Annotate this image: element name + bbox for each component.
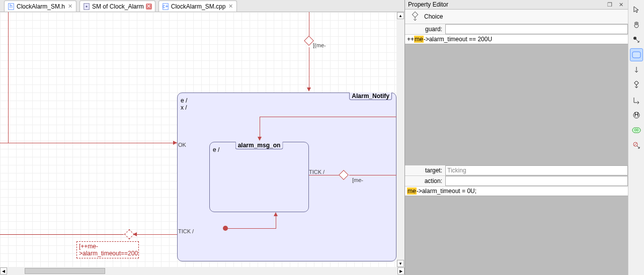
transition-segment: [0, 143, 177, 143]
choice-icon: [410, 12, 420, 22]
diagram-toolbar: H ∞: [628, 0, 644, 275]
state-entry: e /: [213, 146, 219, 153]
guard-code-area[interactable]: ++me->alarm_timeout == 200U: [405, 35, 628, 165]
editor-tabs: h ClockAlarm_SM.h ✕ SM of Clock_Alarm ✕ …: [0, 0, 405, 12]
svg-rect-9: [634, 81, 638, 85]
guard-label: [me-: [352, 177, 363, 183]
horizontal-scrollbar[interactable]: ◀ ▶: [0, 267, 405, 275]
tab-sm-clock-alarm[interactable]: SM of Clock_Alarm ✕: [79, 1, 155, 12]
transition-segment: [309, 47, 309, 90]
svg-rect-8: [632, 52, 640, 58]
guard-input[interactable]: [445, 24, 628, 34]
scrollbar-thumb[interactable]: [25, 268, 105, 274]
scroll-right-button[interactable]: ▶: [397, 267, 405, 274]
action-input[interactable]: [445, 176, 628, 186]
state-entry-exit: e / x /: [181, 97, 187, 111]
element-kind-row: Choice: [405, 10, 628, 24]
trigger-label: TICK /: [309, 169, 325, 175]
choice-pseudostate-selected[interactable]: [124, 229, 134, 239]
choice-pseudostate[interactable]: [304, 36, 314, 46]
restore-icon[interactable]: ❐: [606, 1, 614, 8]
arrow-icon: [274, 212, 278, 216]
action-field-label: action:: [405, 176, 445, 186]
panel-title: Property Editor: [408, 1, 603, 8]
transition-segment: [0, 234, 124, 235]
file-cpp-icon: c+: [162, 3, 169, 10]
scroll-up-button[interactable]: ▲: [397, 12, 404, 19]
close-icon[interactable]: ✕: [617, 1, 625, 8]
guard-field-label: guard:: [405, 24, 445, 34]
tool-initial[interactable]: [630, 33, 643, 46]
arrow-icon: [173, 141, 177, 145]
tool-internal-transition[interactable]: [630, 94, 643, 107]
arrow-icon: [258, 137, 262, 141]
transition-segment: [309, 175, 339, 175]
close-icon[interactable]: ✕: [146, 4, 152, 10]
state-alarm-msg-on[interactable]: alarm_msg_on e /: [209, 142, 309, 212]
statechart-canvas[interactable]: [(me- Alarm_Notify e / x / OK alarm_msg_…: [0, 12, 405, 275]
tab-label: SM of Clock_Alarm: [92, 3, 144, 10]
tool-loop[interactable]: ∞: [630, 124, 643, 137]
svg-text:H: H: [634, 111, 638, 118]
target-input[interactable]: [445, 165, 628, 175]
transition-segment: [276, 214, 276, 229]
tool-history[interactable]: H: [630, 109, 643, 122]
scroll-down-button[interactable]: ▼: [397, 260, 404, 267]
transition-segment: [349, 175, 396, 175]
arrow-icon: [307, 87, 311, 91]
state-title: Alarm_Notify: [349, 93, 392, 100]
trigger-label: TICK /: [178, 228, 194, 234]
element-kind: Choice: [424, 13, 443, 20]
tool-pan[interactable]: [630, 18, 643, 31]
close-icon[interactable]: ✕: [67, 4, 73, 10]
transition-segment: [260, 117, 396, 117]
guard-annotation-selected[interactable]: [++me- >alarm_timeout==200: [76, 241, 139, 258]
vertical-scrollbar[interactable]: ▲ ▼: [396, 12, 405, 267]
tool-choice[interactable]: [630, 78, 643, 91]
state-title: alarm_msg_on: [235, 142, 283, 149]
svg-text:∞: ∞: [634, 127, 638, 133]
file-h-icon: h: [8, 3, 15, 10]
file-sm-icon: [83, 3, 90, 10]
transition-segment: [135, 234, 177, 235]
target-field-label: target:: [405, 165, 445, 175]
tab-clockalarm-cpp[interactable]: c+ ClockAlarm_SM.cpp ✕: [158, 1, 237, 12]
transition-segment: [228, 228, 276, 229]
tool-state[interactable]: [630, 48, 643, 61]
svg-point-3: [86, 6, 88, 8]
svg-text:h: h: [10, 3, 13, 9]
guard-label: [(me-: [313, 42, 326, 48]
tool-select[interactable]: [630, 3, 643, 16]
tab-label: ClockAlarm_SM.cpp: [171, 3, 226, 10]
tab-clockalarm-h[interactable]: h ClockAlarm_SM.h ✕: [4, 1, 76, 12]
tool-transition[interactable]: [630, 63, 643, 76]
property-editor-panel: Property Editor ❐ ✕ Choice guard: ++me->…: [405, 0, 628, 275]
close-icon[interactable]: ✕: [227, 4, 233, 10]
scroll-left-button[interactable]: ◀: [0, 267, 7, 274]
trigger-label: OK: [178, 142, 186, 148]
action-code-area[interactable]: me->alarm_timeout = 0U;: [405, 187, 628, 275]
initial-pseudostate[interactable]: [223, 226, 228, 231]
svg-text:c+: c+: [163, 3, 168, 9]
svg-rect-6: [412, 12, 418, 17]
transition-segment: [8, 12, 9, 143]
tool-delete[interactable]: [630, 139, 643, 152]
tab-label: ClockAlarm_SM.h: [17, 3, 65, 10]
